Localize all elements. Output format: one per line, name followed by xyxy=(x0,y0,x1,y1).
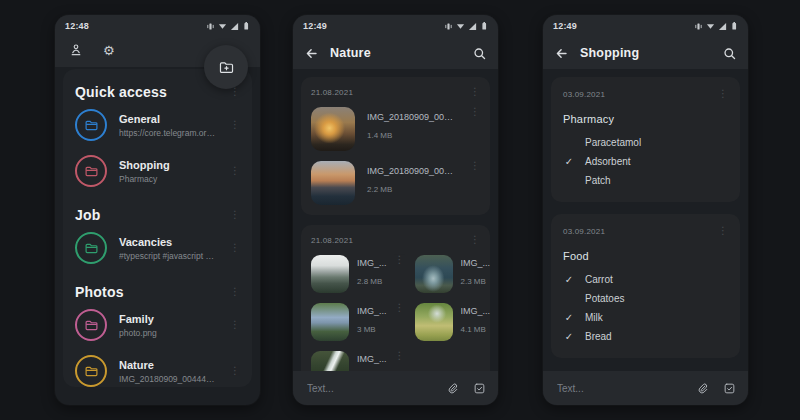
file-name: IMG_20180909_004444_39... xyxy=(367,112,458,122)
text-input[interactable] xyxy=(555,382,682,395)
note-list: 03.09.2021 ⋮ Pharmacy ✓ Paracetamol ✓ Ad… xyxy=(543,69,748,405)
folder-icon xyxy=(75,355,107,387)
photo-thumbnail[interactable] xyxy=(311,161,355,205)
folder-title: General xyxy=(119,113,218,125)
photo-thumbnail[interactable] xyxy=(311,107,355,151)
checklist-icon[interactable] xyxy=(473,382,486,395)
group-menu-icon[interactable]: ⋮ xyxy=(470,87,480,97)
shopping-top-bar: 12:49 Shopping xyxy=(543,15,748,69)
profile-icon[interactable] xyxy=(69,43,83,57)
group-menu-icon[interactable]: ⋮ xyxy=(470,235,480,245)
date-header: 21.08.2021 ⋮ xyxy=(311,235,480,245)
file-menu-icon[interactable]: ⋮ xyxy=(470,107,480,117)
folder-icon xyxy=(75,309,107,341)
folder-subtitle: IMG_20180909_004444_391.jpg xyxy=(119,374,218,384)
wifi-icon xyxy=(456,22,465,31)
folder-item-nature[interactable]: Nature IMG_20180909_004444_391.jpg ⋮ xyxy=(75,348,240,387)
text-input[interactable] xyxy=(305,382,432,395)
section-menu-icon[interactable]: ⋮ xyxy=(230,210,240,220)
file-menu-icon[interactable]: ⋮ xyxy=(395,255,405,265)
item-menu-icon[interactable]: ⋮ xyxy=(230,320,240,330)
file-menu-icon[interactable]: ⋮ xyxy=(470,161,480,171)
section-menu-icon[interactable]: ⋮ xyxy=(230,87,240,97)
attach-icon[interactable] xyxy=(696,382,709,395)
section-job: Job ⋮ xyxy=(75,207,240,223)
note-menu-icon[interactable]: ⋮ xyxy=(718,89,728,99)
photo-thumbnail[interactable] xyxy=(311,255,349,293)
vibrate-icon xyxy=(206,22,215,31)
note-card-pharmacy[interactable]: 03.09.2021 ⋮ Pharmacy ✓ Paracetamol ✓ Ad… xyxy=(551,77,740,202)
wifi-icon xyxy=(218,22,227,31)
item-menu-icon[interactable]: ⋮ xyxy=(230,120,240,130)
battery-icon xyxy=(242,21,250,31)
checklist-item-text: Adsorbent xyxy=(585,156,631,167)
file-menu-icon[interactable]: ⋮ xyxy=(395,351,405,361)
composer-bar xyxy=(543,371,748,405)
status-time: 12:48 xyxy=(65,21,89,31)
attach-icon[interactable] xyxy=(446,382,459,395)
photo-thumbnail[interactable] xyxy=(415,303,453,341)
wifi-icon xyxy=(706,22,715,31)
file-name: IMG_... xyxy=(357,306,387,316)
file-list: 21.08.2021 ⋮ IMG_20180909_004444_39... 1… xyxy=(293,69,498,405)
folder-item-shopping[interactable]: Shopping Pharmacy ⋮ xyxy=(75,148,240,194)
folders-card: Quick access ⋮ General https://core.tele… xyxy=(63,69,252,387)
section-title: Photos xyxy=(75,284,124,300)
checklist-item[interactable]: ✓ Bread xyxy=(563,327,728,346)
date-label: 21.08.2021 xyxy=(311,236,353,245)
folder-item-vacancies[interactable]: Vacancies #typescript #javascript #remot… xyxy=(75,225,240,271)
back-arrow-icon[interactable] xyxy=(305,47,318,60)
file-row[interactable]: IMG_20180909_004636_57... 2.2 MB ⋮ xyxy=(311,161,480,205)
checklist-item[interactable]: ✓ Paracetamol xyxy=(563,133,728,152)
check-icon: ✓ xyxy=(563,156,575,167)
create-folder-icon xyxy=(218,59,235,76)
search-icon[interactable] xyxy=(723,47,736,60)
note-card-food[interactable]: 03.09.2021 ⋮ Food ✓ Carrot ✓ Potatoes ✓ … xyxy=(551,214,740,358)
checklist-item-text: Bread xyxy=(585,331,612,342)
checklist-icon[interactable] xyxy=(723,382,736,395)
file-cell[interactable]: IMG_... 4.1 MB ⋮ xyxy=(415,303,498,341)
folder-title: Vacancies xyxy=(119,236,218,248)
app-bar: Shopping xyxy=(543,37,748,69)
file-row[interactable]: IMG_20180909_004444_39... 1.4 MB ⋮ xyxy=(311,107,480,151)
add-folder-button[interactable] xyxy=(204,45,248,89)
photo-thumbnail[interactable] xyxy=(415,255,453,293)
file-name: IMG_20180909_004636_57... xyxy=(367,166,458,176)
date-header: 03.09.2021 ⋮ xyxy=(563,226,728,236)
folder-item-general[interactable]: General https://core.telegram.org/type/W… xyxy=(75,102,240,148)
back-arrow-icon[interactable] xyxy=(555,47,568,60)
note-menu-icon[interactable]: ⋮ xyxy=(718,226,728,236)
checklist-item[interactable]: ✓ Patch xyxy=(563,171,728,190)
section-menu-icon[interactable]: ⋮ xyxy=(230,287,240,297)
signal-icon xyxy=(468,22,477,31)
file-cell[interactable]: IMG_... 2.8 MB ⋮ xyxy=(311,255,405,293)
checklist-item-text: Paracetamol xyxy=(585,137,641,148)
file-menu-icon[interactable]: ⋮ xyxy=(395,303,405,313)
folder-subtitle: photo.png xyxy=(119,328,218,338)
settings-gear-icon[interactable]: ⚙ xyxy=(103,44,115,57)
composer-bar xyxy=(293,371,498,405)
item-menu-icon[interactable]: ⋮ xyxy=(230,243,240,253)
folder-icon xyxy=(75,155,107,187)
item-menu-icon[interactable]: ⋮ xyxy=(230,166,240,176)
nature-top-bar: 12:49 Nature xyxy=(293,15,498,69)
folder-item-family[interactable]: Family photo.png ⋮ xyxy=(75,302,240,348)
file-cell[interactable]: IMG_... 2.3 MB ⋮ xyxy=(415,255,498,293)
checklist-item-text: Potatoes xyxy=(585,293,624,304)
date-label: 21.08.2021 xyxy=(311,88,353,97)
check-icon: ✓ xyxy=(563,331,575,342)
photo-thumbnail[interactable] xyxy=(311,303,349,341)
item-menu-icon[interactable]: ⋮ xyxy=(230,366,240,376)
checklist-item[interactable]: ✓ Milk xyxy=(563,308,728,327)
file-size: 2.8 MB xyxy=(357,277,387,286)
file-size: 3 MB xyxy=(357,325,387,334)
file-name: IMG_... xyxy=(357,258,387,268)
search-icon[interactable] xyxy=(473,47,486,60)
page-title: Nature xyxy=(330,46,461,60)
checklist-item[interactable]: ✓ Adsorbent xyxy=(563,152,728,171)
checklist-item[interactable]: ✓ Potatoes xyxy=(563,289,728,308)
checklist-item[interactable]: ✓ Carrot xyxy=(563,270,728,289)
file-cell[interactable]: IMG_... 3 MB ⋮ xyxy=(311,303,405,341)
file-size: 2.2 MB xyxy=(367,185,458,194)
date-label: 03.09.2021 xyxy=(563,227,605,236)
